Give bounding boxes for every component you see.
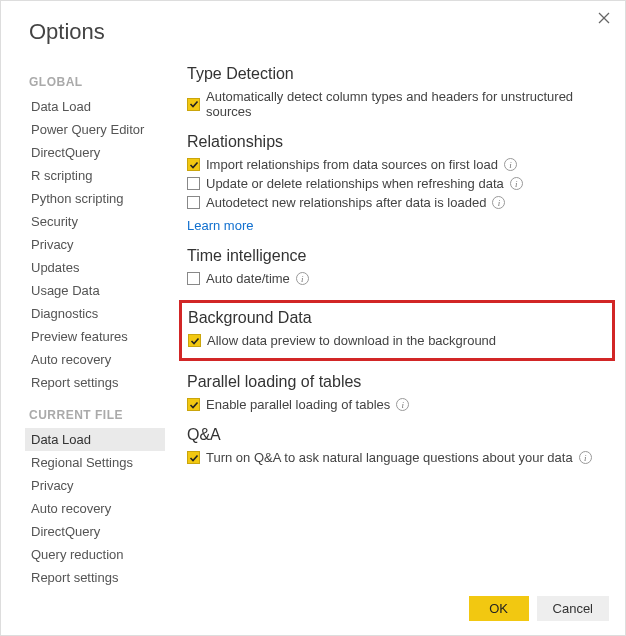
sidebar-item[interactable]: DirectQuery [25, 141, 165, 164]
sidebar-item[interactable]: Privacy [25, 233, 165, 256]
section-type-detection: Type Detection Automatically detect colu… [187, 65, 609, 119]
sidebar-current-list: Data LoadRegional SettingsPrivacyAuto re… [25, 428, 165, 589]
sidebar-item[interactable]: R scripting [25, 164, 165, 187]
section-time-intelligence: Time intelligence Auto date/time i [187, 247, 609, 286]
info-icon[interactable]: i [579, 451, 592, 464]
checkbox-icon [187, 98, 200, 111]
checkbox-icon [187, 158, 200, 171]
option-label: Auto date/time [206, 271, 290, 286]
sidebar-item[interactable]: Regional Settings [25, 451, 165, 474]
highlight-background-data: Background Data Allow data preview to do… [179, 300, 615, 361]
learn-more-link[interactable]: Learn more [187, 218, 253, 233]
checkbox-icon [187, 196, 200, 209]
main-panel: Type Detection Automatically detect colu… [165, 65, 609, 603]
sidebar-item[interactable]: Auto recovery [25, 348, 165, 371]
section-parallel-loading: Parallel loading of tables Enable parall… [187, 373, 609, 412]
option-background-preview[interactable]: Allow data preview to download in the ba… [188, 333, 604, 348]
section-title: Time intelligence [187, 247, 609, 265]
sidebar-item[interactable]: Data Load [25, 95, 165, 118]
info-icon[interactable]: i [492, 196, 505, 209]
sidebar-item[interactable]: Preview features [25, 325, 165, 348]
sidebar-item[interactable]: Diagnostics [25, 302, 165, 325]
info-icon[interactable]: i [296, 272, 309, 285]
option-label: Autodetect new relationships after data … [206, 195, 486, 210]
sidebar-item[interactable]: Power Query Editor [25, 118, 165, 141]
sidebar-item[interactable]: Updates [25, 256, 165, 279]
section-relationships: Relationships Import relationships from … [187, 133, 609, 233]
checkbox-icon [187, 451, 200, 464]
sidebar-item[interactable]: Data Load [25, 428, 165, 451]
dialog-title: Options [1, 1, 625, 45]
section-title: Background Data [188, 309, 604, 327]
info-icon[interactable]: i [396, 398, 409, 411]
ok-button[interactable]: OK [469, 596, 529, 621]
sidebar-item[interactable]: Query reduction [25, 543, 165, 566]
option-qa[interactable]: Turn on Q&A to ask natural language ques… [187, 450, 609, 465]
section-title: Q&A [187, 426, 609, 444]
checkbox-icon [187, 177, 200, 190]
sidebar-item[interactable]: Auto recovery [25, 497, 165, 520]
option-label: Update or delete relationships when refr… [206, 176, 504, 191]
info-icon[interactable]: i [504, 158, 517, 171]
option-parallel-loading[interactable]: Enable parallel loading of tables i [187, 397, 609, 412]
section-title: Relationships [187, 133, 609, 151]
option-autodetect-relationships[interactable]: Autodetect new relationships after data … [187, 195, 609, 210]
option-label: Automatically detect column types and he… [206, 89, 609, 119]
cancel-button[interactable]: Cancel [537, 596, 609, 621]
sidebar-item[interactable]: Privacy [25, 474, 165, 497]
sidebar-item[interactable]: Usage Data [25, 279, 165, 302]
option-label: Turn on Q&A to ask natural language ques… [206, 450, 573, 465]
option-label: Allow data preview to download in the ba… [207, 333, 496, 348]
close-icon [598, 12, 610, 24]
option-label: Enable parallel loading of tables [206, 397, 390, 412]
dialog-footer: OK Cancel [469, 596, 609, 621]
sidebar-item[interactable]: Report settings [25, 566, 165, 589]
sidebar: GLOBAL Data LoadPower Query EditorDirect… [25, 65, 165, 603]
option-update-relationships[interactable]: Update or delete relationships when refr… [187, 176, 609, 191]
section-title: Parallel loading of tables [187, 373, 609, 391]
sidebar-item[interactable]: Security [25, 210, 165, 233]
checkbox-icon [187, 398, 200, 411]
sidebar-header-current: CURRENT FILE [25, 408, 165, 422]
checkbox-icon [188, 334, 201, 347]
option-import-relationships[interactable]: Import relationships from data sources o… [187, 157, 609, 172]
info-icon[interactable]: i [510, 177, 523, 190]
sidebar-global-list: Data LoadPower Query EditorDirectQueryR … [25, 95, 165, 394]
option-auto-detect-types[interactable]: Automatically detect column types and he… [187, 89, 609, 119]
sidebar-header-global: GLOBAL [25, 75, 165, 89]
option-auto-date-time[interactable]: Auto date/time i [187, 271, 609, 286]
option-label: Import relationships from data sources o… [206, 157, 498, 172]
checkbox-icon [187, 272, 200, 285]
sidebar-item[interactable]: Python scripting [25, 187, 165, 210]
sidebar-item[interactable]: Report settings [25, 371, 165, 394]
close-button[interactable] [595, 9, 613, 27]
sidebar-item[interactable]: DirectQuery [25, 520, 165, 543]
section-qa: Q&A Turn on Q&A to ask natural language … [187, 426, 609, 465]
section-title: Type Detection [187, 65, 609, 83]
